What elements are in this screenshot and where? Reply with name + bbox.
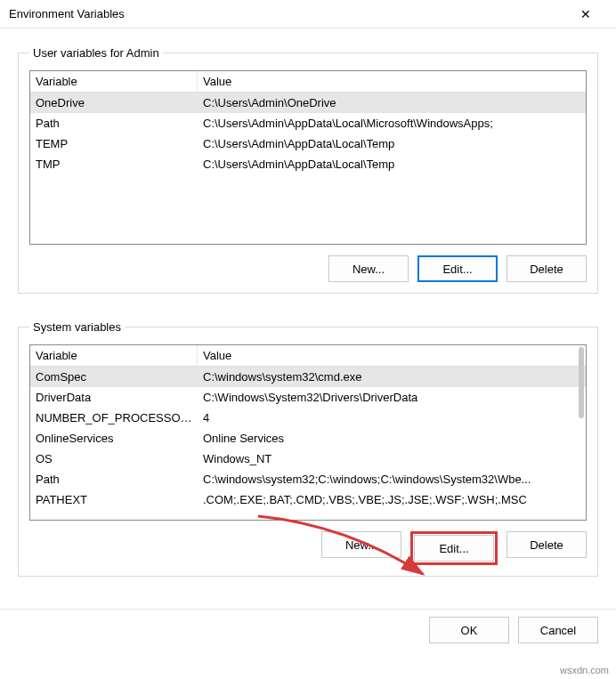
user-row-value: C:\Users\Admin\OneDrive: [198, 93, 586, 113]
user-row-variable: TMP: [30, 154, 198, 174]
user-new-button[interactable]: New...: [328, 255, 409, 282]
user-row-value: C:\Users\Admin\AppData\Local\Microsoft\W…: [198, 113, 586, 133]
system-edit-button[interactable]: Edit...: [414, 535, 494, 562]
system-row[interactable]: PathC:\windows\system32;C:\windows;C:\wi…: [30, 469, 586, 489]
system-row[interactable]: NUMBER_OF_PROCESSORS4: [30, 408, 586, 428]
user-variables-legend: User variables for Admin: [29, 46, 163, 60]
system-row-value: C:\windows\system32;C:\windows;C:\window…: [198, 469, 586, 489]
highlight-annotation: Edit...: [410, 531, 498, 565]
system-delete-button[interactable]: Delete: [507, 531, 587, 558]
system-row-variable: Path: [30, 469, 198, 489]
user-variables-group: User variables for Admin Variable Value …: [18, 46, 598, 294]
dialog-buttons-row: OK Cancel: [0, 609, 616, 656]
system-row-variable: OnlineServices: [30, 428, 198, 449]
system-row-variable: ComSpec: [30, 367, 198, 387]
system-row-variable: NUMBER_OF_PROCESSORS: [30, 408, 198, 428]
system-row[interactable]: OnlineServicesOnline Services: [30, 428, 586, 449]
watermark-text: wsxdn.com: [560, 665, 609, 675]
system-row-value: .COM;.EXE;.BAT;.CMD;.VBS;.VBE;.JS;.JSE;.…: [198, 489, 586, 510]
system-col-value[interactable]: Value: [198, 345, 586, 366]
user-variables-list[interactable]: Variable Value OneDriveC:\Users\Admin\On…: [29, 70, 587, 245]
user-edit-button[interactable]: Edit...: [417, 255, 498, 282]
system-row-variable: OS: [30, 449, 198, 469]
user-buttons-row: New... Edit... Delete: [29, 255, 587, 282]
system-row-value: C:\Windows\System32\Drivers\DriverData: [198, 387, 586, 408]
user-col-variable[interactable]: Variable: [30, 71, 198, 92]
user-row[interactable]: TMPC:\Users\Admin\AppData\Local\Temp: [30, 154, 586, 174]
system-row-value: Online Services: [198, 428, 586, 449]
system-row[interactable]: PATHEXT.COM;.EXE;.BAT;.CMD;.VBS;.VBE;.JS…: [30, 489, 586, 510]
system-row-variable: PATHEXT: [30, 489, 198, 510]
user-row[interactable]: PathC:\Users\Admin\AppData\Local\Microso…: [30, 113, 586, 133]
scrollbar-thumb[interactable]: [579, 347, 584, 418]
system-row-value: Windows_NT: [198, 449, 586, 469]
titlebar: Environment Variables ✕: [0, 0, 616, 28]
user-row-variable: OneDrive: [30, 93, 198, 113]
user-row-variable: TEMP: [30, 133, 198, 154]
system-row[interactable]: ComSpecC:\windows\system32\cmd.exe: [30, 367, 586, 387]
user-row-value: C:\Users\Admin\AppData\Local\Temp: [198, 154, 586, 174]
user-row[interactable]: TEMPC:\Users\Admin\AppData\Local\Temp: [30, 133, 586, 154]
user-delete-button[interactable]: Delete: [507, 255, 587, 282]
user-row-value: C:\Users\Admin\AppData\Local\Temp: [198, 133, 586, 154]
system-buttons-row: New... Edit... Delete: [29, 531, 587, 565]
user-row-variable: Path: [30, 113, 198, 133]
close-icon: ✕: [580, 7, 591, 21]
system-list-header: Variable Value: [30, 345, 586, 367]
system-variables-group: System variables Variable Value ComSpecC…: [18, 320, 598, 577]
system-row-variable: DriverData: [30, 387, 198, 408]
ok-button[interactable]: OK: [429, 617, 509, 643]
system-row-value: 4: [198, 408, 586, 428]
system-row[interactable]: DriverDataC:\Windows\System32\Drivers\Dr…: [30, 387, 586, 408]
window-title: Environment Variables: [9, 7, 125, 20]
system-variables-list[interactable]: Variable Value ComSpecC:\windows\system3…: [29, 344, 587, 521]
dialog-body: User variables for Admin Variable Value …: [0, 28, 616, 602]
system-variables-legend: System variables: [29, 320, 125, 334]
user-col-value[interactable]: Value: [198, 71, 586, 92]
cancel-button[interactable]: Cancel: [518, 617, 598, 643]
user-list-header: Variable Value: [30, 71, 586, 93]
system-row[interactable]: OSWindows_NT: [30, 449, 586, 469]
system-new-button[interactable]: New...: [321, 531, 401, 558]
close-button[interactable]: ✕: [566, 1, 605, 28]
system-col-variable[interactable]: Variable: [30, 345, 198, 366]
user-row[interactable]: OneDriveC:\Users\Admin\OneDrive: [30, 93, 586, 113]
system-row-value: C:\windows\system32\cmd.exe: [198, 367, 586, 387]
